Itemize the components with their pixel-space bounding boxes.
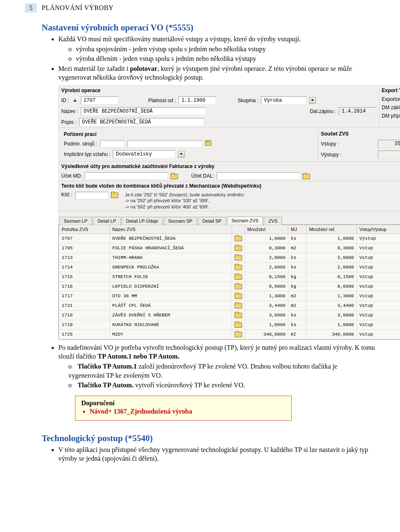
table-cell: ks <box>288 262 307 272</box>
field-vstupy: 353,79 <box>378 140 400 148</box>
table-row[interactable]: 1719KUKÁTKO NIKLOVANÉ1,0000ks1,0000Vstup <box>59 320 400 329</box>
field-ucet-md[interactable] <box>85 172 168 180</box>
label-vstupy: Vstupy : <box>321 141 339 147</box>
table-header[interactable]: MJ <box>288 225 307 233</box>
table-cell: ks <box>288 253 307 262</box>
table-cell: 1,0000 <box>245 320 288 329</box>
open-folder-icon[interactable] <box>232 272 245 281</box>
table-row[interactable]: 1717DTD 38 MM1,3000m21,3000Vstup <box>59 291 400 301</box>
table-cell: FOLIE PÁSKA HRANOVACÍ_ŠEDÁ <box>110 243 232 253</box>
open-folder-icon[interactable] <box>232 233 245 243</box>
open-folder-icon[interactable] <box>232 243 245 253</box>
table-cell: 1716 <box>59 281 110 291</box>
table-row[interactable]: 1718ZÁVĚS DVEŘNÍ S HŘEBEM3,0000ks3,0000V… <box>59 310 400 320</box>
bullet-tp-definition: Po nadefinování VO je potřeba vytvořit t… <box>58 343 375 390</box>
group-export: Export Tar <box>379 86 400 95</box>
table-cell: 1717 <box>59 291 110 301</box>
table-cell: 1721 <box>59 301 110 310</box>
arrow-up-icon[interactable] <box>73 99 77 102</box>
open-folder-icon[interactable] <box>232 253 245 262</box>
table-cell: 0,3000 <box>245 243 288 253</box>
table-cell: STRETCH FOLIE <box>110 272 232 281</box>
field-ucet-dal[interactable] <box>217 172 300 180</box>
open-folder-icon[interactable] <box>232 329 245 339</box>
bullet-tp-description: V této aplikaci jsou přístupné všechny v… <box>58 445 375 463</box>
table-cell: m2 <box>288 301 307 310</box>
table-cell: m2 <box>288 243 307 253</box>
table-row[interactable]: 1713THIMM-HRANA2,0000ks2,0000Vstup <box>59 253 400 262</box>
klic-note-1: Je-li zde '292' či '592' (hnojení), bude… <box>125 192 245 198</box>
tab-detail-sp[interactable]: Detail SP <box>198 217 226 225</box>
bullet-polotovar: Mezi materiál lze zařadit i polotovar, k… <box>58 64 375 82</box>
table-row[interactable]: 1705FOLIE PÁSKA HRANOVACÍ_ŠEDÁ0,3000m20,… <box>59 243 400 253</box>
field-popis[interactable]: DVEŘE BEZPEČNOSTNÍ_ŠEDÁ <box>79 118 204 126</box>
tab-seznam-zvs[interactable]: Seznam ZVS <box>227 216 263 225</box>
table-cell: 340,0000 <box>306 329 357 339</box>
field-klic[interactable] <box>75 192 108 199</box>
table-header[interactable] <box>232 225 245 233</box>
open-folder-icon[interactable] <box>205 140 212 147</box>
table-header[interactable]: Vstup/Výstup <box>357 225 400 233</box>
open-folder-icon[interactable] <box>170 173 178 179</box>
field-skupina[interactable]: Výroba <box>261 96 307 105</box>
field-podmn-stroju-2[interactable] <box>128 140 202 148</box>
table-row[interactable]: 1715STRETCH FOLIE0,1500kg0,1500Vstup <box>59 272 400 281</box>
table-cell: Vstup <box>357 272 400 281</box>
ui-screenshot: Výrobní operace ID : 2707 Platnost od : … <box>58 85 400 340</box>
table-cell: GRENPECK PROLOŽKA <box>110 262 232 272</box>
table-header[interactable]: Množství <box>245 225 288 233</box>
label-nazev: Název : <box>61 108 78 114</box>
label-datzapis: Dat.zápisu : <box>310 108 336 114</box>
table-cell: 2,0000 <box>245 253 288 262</box>
zvs-table-wrap: Položka ZVSNázev ZVSMnožstvíMJMnožství r… <box>58 225 400 340</box>
field-platnost[interactable]: 1.1.1900 <box>178 96 216 105</box>
dropdown-skupina[interactable] <box>309 97 316 104</box>
table-row[interactable]: 1716LEPIDLO DISPERZNÍ0,6000kg0,6000Vstup <box>59 281 400 291</box>
label-dm-priplatek: DM příplatek <box>382 113 400 119</box>
table-row[interactable]: 1714GRENPECK PROLOŽKA2,0000ks2,0000Vstup <box>59 262 400 272</box>
table-cell: 0,3000 <box>306 243 357 253</box>
table-cell: ks <box>288 320 307 329</box>
group-klic: Tento klíč bude vložen do kombinace klíč… <box>59 181 400 191</box>
tab-detail-lp-daje[interactable]: Detail LP-Údaje <box>122 217 163 225</box>
table-row[interactable]: 2707DVEŘE BEZPEČNOSTNÍ_ŠEDÁ1,0000ks1,000… <box>59 233 400 243</box>
table-cell: 0,1500 <box>306 272 357 281</box>
table-row[interactable]: 1721PLÁŠŤ CPL ŠEDÁ3,4400m23,4400Vstup <box>59 301 400 310</box>
field-nazev[interactable]: DVEŘE BEZPEČNOSTNÍ_ŠEDÁ <box>81 107 206 115</box>
tab-bar: Seznam LPDetail LPDetail LP-ÚdajeSeznam … <box>58 211 400 225</box>
table-cell: THIMM-HRANA <box>110 253 232 262</box>
subbullet-delenim: výroba dělením - jeden vstup spolu s jed… <box>68 54 375 63</box>
dropdown-implicitni[interactable] <box>178 151 185 158</box>
table-cell: ks <box>288 310 307 320</box>
table-header[interactable]: Množství ref. <box>306 225 357 233</box>
table-cell: Vstup <box>357 291 400 301</box>
field-vystupy: 1,00 <box>378 151 400 159</box>
open-folder-icon[interactable] <box>232 320 245 329</box>
table-cell: DVEŘE BEZPEČNOSTNÍ_ŠEDÁ <box>110 233 232 243</box>
open-folder-icon[interactable] <box>232 291 245 301</box>
open-folder-icon[interactable] <box>111 192 118 198</box>
label-popis: Popis : <box>61 119 77 125</box>
field-implicitni-vztah[interactable]: Dodavatelský <box>113 150 175 158</box>
label-id: ID : <box>61 98 69 103</box>
table-row[interactable]: 1725MZDY340,0000Kč340,0000Vstup <box>59 329 400 339</box>
table-cell: 0,6000 <box>306 281 357 291</box>
open-folder-icon[interactable] <box>232 301 245 310</box>
table-cell: 1714 <box>59 262 110 272</box>
open-folder-icon[interactable] <box>232 281 245 291</box>
table-cell: kg <box>288 281 307 291</box>
open-folder-icon[interactable] <box>232 310 245 320</box>
tab-seznam-lp[interactable]: Seznam LP <box>59 217 92 225</box>
open-folder-icon[interactable] <box>232 262 245 272</box>
table-cell: ZÁVĚS DVEŘNÍ S HŘEBEM <box>110 310 232 320</box>
table-header[interactable]: Název ZVS <box>110 225 232 233</box>
table-header[interactable]: Položka ZVS <box>59 225 110 233</box>
tab-zvs[interactable]: ZVS <box>264 217 282 225</box>
field-podmn-stroju-1[interactable] <box>100 140 125 148</box>
section-heading-tp: Technologický postup (*5540) <box>42 433 375 444</box>
field-id[interactable]: 2707 <box>81 96 118 105</box>
tab-seznam-sp[interactable]: Seznam SP <box>164 217 197 225</box>
open-folder-icon[interactable] <box>302 173 310 179</box>
table-cell: Vstup <box>357 301 400 310</box>
tab-detail-lp[interactable]: Detail LP <box>93 217 121 225</box>
